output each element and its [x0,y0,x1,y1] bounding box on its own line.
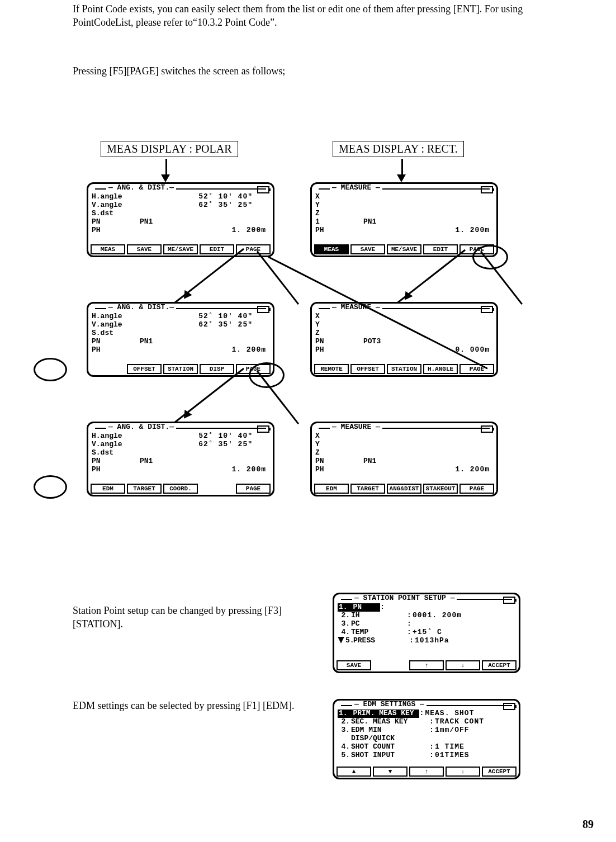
field-label: X [315,193,353,201]
label-rect: MEAS DISPLAY : RECT. [333,141,464,157]
softkey-offset[interactable]: OFFSET [350,364,385,374]
paragraph-1: If Point Code exists, you can easily sel… [73,2,559,30]
softkey-target[interactable]: TARGET [350,484,385,494]
field-value: PN1 [353,457,376,466]
row-key: SEC. MEAS KEY [351,718,429,726]
arrow-line [394,249,466,306]
softkey-up[interactable]: ↑ [409,767,444,777]
field-label: V.angle [92,441,130,449]
softkey-down-solid[interactable]: ▼ [373,767,407,777]
softkey-target[interactable]: TARGET [127,484,162,494]
row-num: 2. [338,612,351,620]
field-label: PH [92,466,130,474]
lcd-station-setup: — STATION POINT SETUP — 1. PN : 2.IH:000… [333,593,520,673]
row-key: SHOT INPUT [351,751,429,760]
field-value: 62˚ 35' 25" [130,201,269,210]
softkey-hangle[interactable]: H.ANGLE [423,364,458,374]
page: If Point Code exists, you can easily sel… [0,0,616,842]
lcd-polar-3: — ANG. & DIST.— H.angle52˚ 10' 40" V.ang… [87,422,274,496]
lcd-title: — MEASURE — [330,184,382,192]
softkey-up-solid[interactable]: ▲ [337,767,371,777]
field-value: 1. 200m [353,226,493,235]
softkey-angdist[interactable]: ANG&DIST [387,484,421,494]
row-val: 0001. 200m [413,612,515,620]
field-value: 1. 200m [130,226,269,235]
field-label: H.angle [92,313,130,321]
softkey-page[interactable]: PAGE [459,364,494,374]
softkey-remote[interactable]: REMOTE [314,364,349,374]
field-label: Y [315,321,353,329]
softkey-down[interactable]: ↓ [446,767,480,777]
row-val: 1mm/OFF [435,726,515,743]
field-label: X [315,432,353,441]
softkey-up[interactable]: ↑ [409,660,444,670]
field-label: V.angle [92,201,130,210]
softkey-empty [200,484,234,494]
arrow-head [161,174,170,182]
page-number: 89 [582,818,594,831]
lcd-title: — STATION POINT SETUP — [352,594,457,603]
row-val: +15˚ C [413,628,515,637]
field-label: PH [92,346,130,354]
lcd-title: — ANG. & DIST.— [106,184,176,192]
field-label: Z [315,210,353,218]
row-num: 3. [338,620,351,628]
field-value: 62˚ 35' 25" [130,321,269,329]
field-label: PN [92,457,130,466]
lcd-rect-2: — MEASURE — X Y Z PNPOT3 PH0. 000m REMOT… [310,302,498,377]
station-text: Station Point setup can be changed by pr… [73,604,307,631]
field-label: S.dst [92,210,130,218]
softkey-offset[interactable]: OFFSET [127,364,162,374]
lcd-title: — EDM SETTINGS — [352,701,427,709]
row-num: 5. [338,751,351,760]
softkey-edm[interactable]: EDM [314,484,349,494]
field-value: PN1 [353,218,376,226]
softkey-accept[interactable]: ACCEPT [482,660,517,670]
row-key: PN [353,603,362,611]
lcd-polar-2: — ANG. & DIST.— H.angle52˚ 10' 40" V.ang… [87,302,274,377]
row-val [413,620,515,628]
field-value: 1. 200m [130,346,269,354]
field-label: PH [315,346,353,354]
field-label: PN [92,218,130,226]
row-val: 1013hPa [415,637,515,645]
softkey-edit[interactable]: EDIT [200,244,234,254]
softkey-save[interactable]: SAVE [337,660,371,670]
field-label: PN [315,338,353,346]
field-label: PH [315,466,353,474]
softkey-page[interactable]: PAGE [459,484,494,494]
arrow-head [397,174,406,182]
softkey-disp[interactable]: DISP [200,364,234,374]
softkey-save[interactable]: SAVE [127,244,162,254]
row-key: TEMP [351,628,407,637]
field-label: S.dst [92,449,130,457]
row-key: SHOT COUNT [351,743,429,751]
softkey-edm[interactable]: EDM [91,484,125,494]
softkey-stakeout[interactable]: STAKEOUT [423,484,458,494]
softkey-down[interactable]: ↓ [446,660,480,670]
field-label: PH [92,226,130,235]
softkey-row: EDM TARGET ANG&DIST STAKEOUT PAGE [314,484,494,494]
softkey-station[interactable]: STATION [163,364,198,374]
softkey-accept[interactable]: ACCEPT [482,767,517,777]
softkey-save[interactable]: SAVE [350,244,385,254]
field-label: PH [315,226,353,235]
row-num: 4. [338,628,351,637]
field-value: 52˚ 10' 40" [130,313,269,321]
softkey-mesave[interactable]: ME/SAVE [163,244,198,254]
down-arrow-icon [338,637,344,644]
circle-annotation [472,245,508,269]
softkey-edit[interactable]: EDIT [423,244,458,254]
softkey-coord[interactable]: COORD. [163,484,198,494]
softkey-page[interactable]: PAGE [236,484,271,494]
field-value: PN1 [130,457,153,466]
circle-annotation [34,358,67,381]
softkey-mesave[interactable]: ME/SAVE [387,244,421,254]
field-label: S.dst [92,329,130,338]
softkey-station[interactable]: STATION [387,364,421,374]
lcd-polar-1: — ANG. & DIST.— H.angle52˚ 10' 40" V.ang… [87,182,274,257]
softkey-meas[interactable]: MEAS [314,244,349,254]
field-label: Z [315,449,353,457]
field-label: H.angle [92,432,130,441]
softkey-meas[interactable]: MEAS [91,244,125,254]
